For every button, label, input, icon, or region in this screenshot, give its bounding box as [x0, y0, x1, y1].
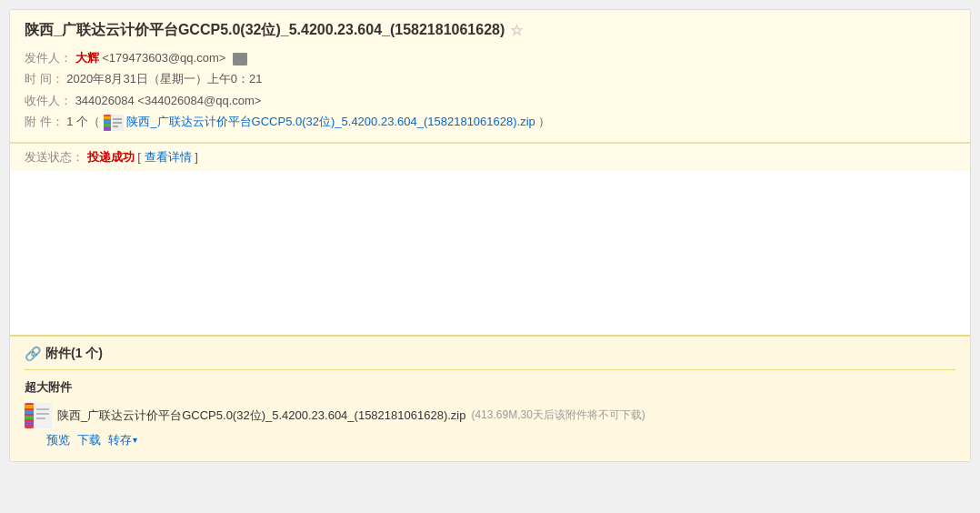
header-attachment-link[interactable]: 陕西_广联达云计价平台GCCP5.0(32位)_5.4200.23.604_(1… [126, 115, 535, 128]
sender-name[interactable]: 大辉 [75, 51, 99, 65]
attachment-item: 陕西_广联达云计价平台GCCP5.0(32位)_5.4200.23.604_(1… [25, 403, 955, 448]
time-row: 时 间： 2020年8月31日（星期一）上午0：21 [25, 68, 955, 89]
email-subject: 陕西_广联达云计价平台GCCP5.0(32位)_5.4200.23.604_(1… [25, 21, 505, 40]
recipient-label: 收件人： [25, 94, 72, 107]
winrar-small-icon [104, 113, 124, 133]
recipient-row: 收件人： 344026084 <344026084@qq.com> [25, 90, 955, 111]
attachment-file-meta: (413.69M,30天后该附件将不可下载) [471, 407, 645, 423]
attachment-section-title: 附件(1 个) [45, 346, 103, 362]
svg-rect-8 [113, 122, 122, 124]
sender-label: 发件人： [25, 51, 72, 65]
attachment-file-row: 陕西_广联达云计价平台GCCP5.0(32位)_5.4200.23.604_(1… [25, 403, 955, 428]
time-value: 2020年8月31日（星期一）上午0：21 [66, 72, 262, 86]
super-attachment-label: 超大附件 [25, 379, 955, 396]
svg-rect-16 [34, 403, 52, 428]
svg-rect-12 [25, 405, 34, 408]
chevron-down-icon[interactable]: ▾ [133, 435, 137, 445]
svg-rect-17 [36, 408, 49, 410]
email-title-row: 陕西_广联达云计价平台GCCP5.0(32位)_5.4200.23.604_(1… [25, 21, 955, 40]
attachment-row: 附 件： 1 个（ 陕西_广联达云计价平台GCCP5.0(32位)_5.4200… [25, 111, 955, 133]
attachment-count: 1 个（ [66, 115, 100, 128]
paperclip-icon: 🔗 [25, 346, 42, 362]
email-meta: 发件人： 大辉 <179473603@qq.com> 时 间： 2020年8月3… [25, 47, 955, 133]
save-dropdown: 转存 ▾ [108, 432, 137, 448]
attachment-section-header: 🔗 附件(1 个) [25, 346, 955, 370]
attachment-section: 🔗 附件(1 个) 超大附件 陕西_广联达云计价平 [10, 335, 970, 461]
svg-rect-18 [36, 413, 49, 415]
email-body [10, 171, 970, 335]
download-link[interactable]: 下载 [77, 432, 101, 448]
status-value: 投递成功 [87, 150, 135, 164]
star-icon[interactable]: ☆ [510, 22, 523, 39]
preview-link[interactable]: 预览 [46, 432, 70, 448]
winrar-icon [25, 403, 52, 428]
svg-rect-4 [104, 124, 111, 126]
attachment-actions: 预览 下载 转存 ▾ [46, 432, 955, 448]
svg-rect-19 [36, 417, 45, 419]
status-bar: 发送状态： 投递成功 [ 查看详情 ] [10, 143, 970, 171]
email-header: 陕西_广联达云计价平台GCCP5.0(32位)_5.4200.23.604_(1… [10, 10, 970, 143]
sender-email: <179473603@qq.com> [102, 51, 225, 65]
svg-rect-14 [25, 416, 34, 419]
status-detail-link[interactable]: 查看详情 [145, 150, 192, 164]
svg-rect-13 [25, 410, 34, 414]
status-bracket-open: [ [137, 150, 141, 164]
svg-rect-9 [113, 126, 118, 127]
svg-rect-2 [104, 116, 111, 119]
time-label: 时 间： [25, 72, 64, 86]
status-label: 发送状态： [25, 150, 84, 164]
svg-rect-15 [25, 421, 34, 425]
svg-rect-5 [104, 127, 111, 130]
email-container: 陕西_广联达云计价平台GCCP5.0(32位)_5.4200.23.604_(1… [9, 9, 971, 462]
attachment-filename: 陕西_广联达云计价平台GCCP5.0(32位)_5.4200.23.604_(1… [57, 407, 465, 424]
attachment-label: 附 件： [25, 115, 64, 128]
save-link[interactable]: 转存 [108, 432, 132, 448]
svg-rect-7 [113, 118, 122, 120]
sender-row: 发件人： 大辉 <179473603@qq.com> [25, 47, 955, 68]
status-bracket-close: ] [195, 150, 198, 164]
address-book-icon[interactable] [233, 53, 247, 65]
attachment-close: ） [538, 115, 550, 128]
recipient-value: 344026084 <344026084@qq.com> [75, 94, 262, 107]
svg-rect-3 [104, 120, 111, 123]
